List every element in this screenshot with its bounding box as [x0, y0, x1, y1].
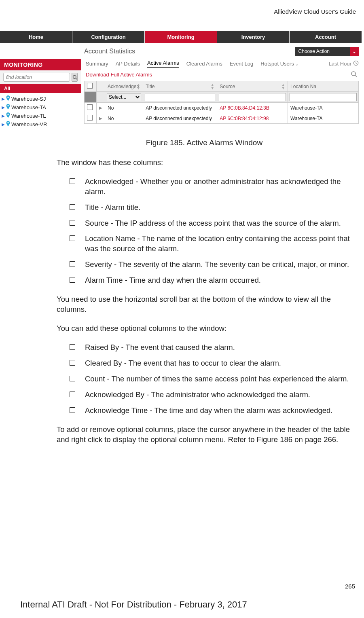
tree-item[interactable]: ▶ Warehouse-VR [2, 120, 81, 129]
cell-title: AP disconnected unexpectedly [143, 113, 217, 124]
tab-summary[interactable]: Summary [86, 61, 108, 67]
sort-icon: ▲▼ [210, 83, 214, 90]
list-item: Source - The IP address of the access po… [85, 218, 352, 229]
list-item: Location Name - The name of the location… [85, 234, 352, 254]
search-icon[interactable] [72, 73, 78, 82]
col-source[interactable]: Source▲▼ [217, 81, 288, 92]
table-row[interactable]: ▶ No AP disconnected unexpectedly AP 6C:… [85, 103, 359, 113]
list-item: Title - Alarm title. [85, 203, 352, 213]
filter-location-input[interactable] [290, 93, 357, 101]
tab-hotspot-users[interactable]: Hotspot Users ⌄ [260, 61, 298, 67]
figure-caption: Figure 185. Active Alarms Window [57, 138, 352, 148]
filter-blank [97, 92, 105, 103]
tab-cleared-alarms[interactable]: Cleared Alarms [186, 61, 222, 67]
nav-monitoring[interactable]: Monitoring [145, 31, 217, 43]
cell-ack: No [105, 113, 143, 124]
pin-icon [6, 112, 11, 119]
expand-icon[interactable]: ▶ [97, 103, 105, 113]
alarms-table: Acknowledged▲▼ Title▲▼ Source▲▼ Location… [84, 81, 359, 124]
choose-action-dropdown[interactable]: Choose Action ⌄ [295, 47, 359, 56]
svg-point-3 [7, 105, 9, 107]
top-nav: Home Configuration Monitoring Inventory … [0, 31, 362, 43]
filter-blank [85, 92, 97, 103]
account-statistics-title: Account Statistics [84, 48, 135, 55]
caret-icon: ▶ [2, 97, 5, 101]
svg-point-5 [7, 122, 9, 124]
filter-source-input[interactable] [219, 93, 286, 101]
choose-action-label: Choose Action [295, 47, 350, 56]
find-location-input[interactable] [3, 73, 70, 82]
filter-ack-select[interactable]: Select... [107, 93, 141, 101]
checkbox-icon[interactable] [87, 115, 93, 121]
nav-configuration[interactable]: Configuration [72, 31, 145, 43]
search-icon[interactable] [351, 71, 357, 78]
list-item: Severity - The severity of the alarm. Th… [85, 260, 352, 270]
checkbox-icon[interactable] [87, 104, 93, 110]
list-item: Cleared By - The event that has to occur… [85, 358, 352, 368]
cell-location: Warehouse-TA [288, 103, 359, 113]
paragraph: You can add these optional columns to th… [57, 324, 352, 334]
caret-icon: ▶ [2, 114, 5, 118]
last-hour-filter[interactable]: Last Hour [329, 60, 359, 67]
location-tree: ▶ Warehouse-SJ ▶ Warehouse-TA ▶ W [0, 93, 81, 129]
tree-label: Warehouse-TA [11, 104, 46, 110]
tab-active-alarms[interactable]: Active Alarms [147, 60, 179, 68]
column-list: Acknowledged - Whether you or another ad… [57, 177, 352, 286]
figure-screenshot: Home Configuration Monitoring Inventory … [0, 31, 362, 129]
cell-location: Warehouse-TA [288, 113, 359, 124]
svg-point-4 [7, 114, 9, 115]
cell-source[interactable]: AP 6C:0B:84:D4:12:98 [217, 113, 288, 124]
footer-draft: Internal ATI Draft - Not For Distributio… [20, 599, 247, 610]
pin-icon [6, 104, 11, 111]
chevron-down-icon: ⌄ [295, 62, 298, 66]
col-location-name[interactable]: Location Na [288, 81, 359, 92]
tree-item[interactable]: ▶ Warehouse-SJ [2, 95, 81, 103]
tree-label: Warehouse-SJ [11, 96, 46, 102]
pin-icon [6, 121, 11, 128]
tree-all[interactable]: All [0, 84, 81, 93]
list-item: Alarm Time - Time and day when the alarm… [85, 275, 352, 286]
list-item: Raised By - The event that caused the al… [85, 343, 352, 353]
left-panel: MONITORING All ▶ Warehouse-SJ [0, 43, 81, 129]
paragraph: To add or remove optional columns, place… [57, 425, 352, 445]
svg-line-8 [355, 75, 357, 77]
caret-icon: ▶ [2, 105, 5, 110]
paragraph: You need to use the horizontal scroll ba… [57, 294, 352, 315]
tree-item[interactable]: ▶ Warehouse-TA [2, 103, 81, 112]
nav-account[interactable]: Account [290, 31, 362, 43]
list-item: Acknowledged - Whether you or another ad… [85, 177, 352, 197]
tree-item[interactable]: ▶ Warehouse-TL [2, 112, 81, 120]
col-acknowledged[interactable]: Acknowledged▲▼ [105, 81, 143, 92]
list-item: Count - The number of times the same acc… [85, 374, 352, 384]
tab-ap-details[interactable]: AP Details [116, 61, 140, 67]
table-filter-row: Select... [85, 92, 359, 103]
filter-title-input[interactable] [145, 93, 215, 101]
table-header-row: Acknowledged▲▼ Title▲▼ Source▲▼ Location… [85, 81, 359, 92]
optional-column-list: Raised By - The event that caused the al… [57, 343, 352, 416]
chevron-down-icon: ⌄ [350, 47, 359, 56]
tabs-row: Summary AP Details Active Alarms Cleared… [84, 58, 359, 71]
caret-icon: ▶ [2, 122, 5, 127]
tree-label: Warehouse-TL [11, 113, 46, 119]
col-checkbox[interactable] [85, 81, 97, 92]
svg-point-2 [7, 97, 9, 98]
tree-label: Warehouse-VR [11, 121, 47, 127]
col-expand [97, 81, 105, 92]
checkbox-icon[interactable] [87, 83, 93, 89]
monitoring-header: MONITORING [0, 59, 81, 70]
table-row[interactable]: ▶ No AP disconnected unexpectedly AP 6C:… [85, 113, 359, 124]
running-header: AlliedView Cloud User's Guide [0, 0, 364, 15]
cell-source[interactable]: AP 6C:0B:84:D4:12:3B [217, 103, 288, 113]
tab-event-log[interactable]: Event Log [230, 61, 254, 67]
clock-icon [353, 60, 359, 67]
list-item: Acknowledge Time - The time and day when… [85, 406, 352, 416]
download-full-active-alarms-link[interactable]: Download Full Active Alarms [86, 72, 152, 78]
expand-icon[interactable]: ▶ [97, 113, 105, 124]
svg-point-0 [73, 76, 76, 79]
col-title[interactable]: Title▲▼ [143, 81, 217, 92]
nav-home[interactable]: Home [0, 31, 72, 43]
paragraph: The window has these columns: [57, 158, 352, 168]
nav-inventory[interactable]: Inventory [217, 31, 290, 43]
cell-ack: No [105, 103, 143, 113]
svg-line-1 [76, 78, 77, 79]
